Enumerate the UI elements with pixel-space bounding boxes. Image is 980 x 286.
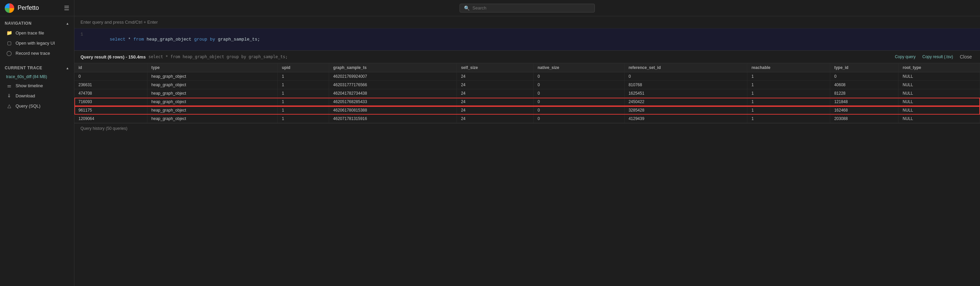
table-row: 474708heap_graph_object14620417827344382… [75, 89, 980, 98]
table-row: 0heap_graph_object1462021769924007240010… [75, 72, 980, 81]
table-cell-self_size: 24 [457, 72, 534, 81]
col-header-root_type: root_type [899, 63, 980, 72]
table-cell-root_type: NULL [899, 89, 980, 98]
col-header-graph_sample_ts: graph_sample_ts [329, 63, 457, 72]
table-cell-type_id: 0 [830, 72, 898, 81]
table-cell-upid: 1 [278, 106, 329, 114]
record-trace-icon: ◯ [6, 50, 12, 56]
query-history-header[interactable]: Query history (50 queries) [75, 123, 980, 133]
query-sql-icon: △ [6, 103, 12, 108]
table-cell-upid: 1 [278, 98, 329, 106]
table-cell-type: heap_graph_object [147, 89, 278, 98]
table-cell-root_type: NULL [899, 114, 980, 123]
table-cell-reachable: 1 [747, 89, 830, 98]
current-trace-chevron[interactable]: ▲ [66, 66, 70, 70]
query-text[interactable]: select * from heap_graph_object group by… [89, 32, 260, 47]
query-editor[interactable]: 1 select * from heap_graph_object group … [75, 29, 980, 51]
table-cell-graph_sample_ts: 462021769924007 [329, 72, 457, 81]
open-trace-icon: 📁 [6, 30, 12, 35]
perfetto-logo [5, 3, 14, 13]
table-row: 1209064heap_graph_object1462071781315916… [75, 114, 980, 123]
table-cell-type: heap_graph_object [147, 114, 278, 123]
trace-name: trace_60s_diff (84 MB) [0, 72, 74, 81]
open-legacy-icon: ▢ [6, 40, 12, 46]
copy-tsv-button[interactable]: Copy result (.tsv) [921, 54, 955, 60]
table-cell-reachable: 1 [747, 81, 830, 89]
table-cell-root_type: NULL [899, 72, 980, 81]
sidebar-item-open-trace[interactable]: 📁 Open trace file [0, 28, 74, 38]
col-header-self_size: self_size [457, 63, 534, 72]
table-cell-graph_sample_ts: 462051768285433 [329, 98, 457, 106]
sidebar: Perfetto ☰ Navigation ▲ 📁 Open trace fil… [0, 0, 75, 286]
table-cell-reachable: 1 [747, 106, 830, 114]
table-cell-type: heap_graph_object [147, 98, 278, 106]
close-result-button[interactable]: Close [958, 53, 974, 60]
table-cell-self_size: 24 [457, 106, 534, 114]
table-header-row: idtypeupidgraph_sample_tsself_sizenative… [75, 63, 980, 72]
table-cell-native_size: 0 [533, 72, 624, 81]
table-cell-reference_set_id: 810768 [624, 81, 747, 89]
table-cell-native_size: 0 [533, 98, 624, 106]
table-cell-type: heap_graph_object [147, 72, 278, 81]
sidebar-item-query-sql[interactable]: △ Query (SQL) [0, 101, 74, 111]
table-cell-reference_set_id: 0 [624, 72, 747, 81]
table-cell-native_size: 0 [533, 89, 624, 98]
result-title: Query result (6 rows) - 150.4ms [81, 54, 146, 59]
table-cell-id: 961175 [75, 106, 147, 114]
line-number: 1 [81, 32, 83, 37]
col-header-type_id: type_id [830, 63, 898, 72]
table-cell-reference_set_id: 2450422 [624, 98, 747, 106]
table-cell-upid: 1 [278, 114, 329, 123]
sidebar-item-show-timeline[interactable]: ⚌ Show timeline [0, 81, 74, 91]
table-cell-self_size: 24 [457, 89, 534, 98]
table-cell-root_type: NULL [899, 98, 980, 106]
table-row: 716093heap_graph_object14620517682854332… [75, 98, 980, 106]
table-cell-graph_sample_ts: 462031777176566 [329, 81, 457, 89]
table-cell-id: 716093 [75, 98, 147, 106]
table-cell-type: heap_graph_object [147, 106, 278, 114]
col-header-upid: upid [278, 63, 329, 72]
col-header-id: id [75, 63, 147, 72]
table-cell-type_id: 121848 [830, 98, 898, 106]
search-input[interactable] [473, 5, 590, 11]
sidebar-item-record-trace[interactable]: ◯ Record new trace [0, 48, 74, 58]
col-header-type: type [147, 63, 278, 72]
current-trace-section: Current Trace ▲ trace_60s_diff (84 MB) ⚌… [0, 61, 74, 114]
table-cell-type_id: 203088 [830, 114, 898, 123]
table-cell-graph_sample_ts: 462041782734438 [329, 89, 457, 98]
sidebar-title: Perfetto [18, 5, 39, 11]
table-cell-reachable: 1 [747, 72, 830, 81]
sidebar-item-open-legacy[interactable]: ▢ Open with legacy UI [0, 38, 74, 48]
table-cell-root_type: NULL [899, 106, 980, 114]
table-cell-native_size: 0 [533, 114, 624, 123]
download-icon: ⇓ [6, 93, 12, 99]
table-cell-type: heap_graph_object [147, 81, 278, 89]
current-trace-section-header: Current Trace ▲ [0, 64, 74, 72]
result-query-echo: select * from heap_graph_object group by… [148, 54, 890, 59]
query-hint: Enter query and press Cmd/Ctrl + Enter [75, 16, 980, 29]
table-cell-upid: 1 [278, 72, 329, 81]
table-cell-graph_sample_ts: 462061780815388 [329, 106, 457, 114]
table-cell-reachable: 1 [747, 114, 830, 123]
table-cell-graph_sample_ts: 462071781315916 [329, 114, 457, 123]
table-cell-id: 236631 [75, 81, 147, 89]
query-panel: Enter query and press Cmd/Ctrl + Enter 1… [75, 16, 980, 286]
sidebar-item-download[interactable]: ⇓ Download [0, 91, 74, 101]
copy-query-button[interactable]: Copy query [893, 54, 918, 60]
result-table-body: 0heap_graph_object1462021769924007240010… [75, 72, 980, 123]
result-table-header: idtypeupidgraph_sample_tsself_sizenative… [75, 63, 980, 72]
table-row: 961175heap_graph_object14620617808153882… [75, 106, 980, 114]
table-cell-type_id: 162468 [830, 106, 898, 114]
search-bar: 🔍 [460, 4, 595, 13]
table-cell-native_size: 0 [533, 106, 624, 114]
table-cell-reference_set_id: 3285428 [624, 106, 747, 114]
show-timeline-icon: ⚌ [6, 83, 12, 88]
col-header-reachable: reachable [747, 63, 830, 72]
result-header: Query result (6 rows) - 150.4ms select *… [75, 51, 980, 63]
topbar: 🔍 [75, 0, 980, 16]
navigation-chevron[interactable]: ▲ [66, 22, 70, 25]
hamburger-icon[interactable]: ☰ [64, 5, 69, 12]
result-table-wrap: idtypeupidgraph_sample_tsself_sizenative… [75, 63, 980, 123]
table-cell-root_type: NULL [899, 81, 980, 89]
table-cell-self_size: 24 [457, 114, 534, 123]
